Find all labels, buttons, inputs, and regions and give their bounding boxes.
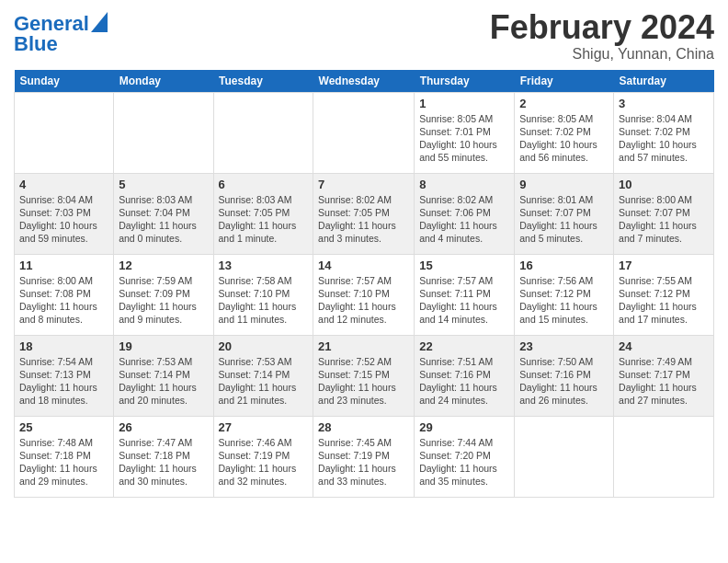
day-info: Sunrise: 7:53 AMSunset: 7:14 PMDaylight:… [219,355,309,408]
day-number: 21 [318,339,409,353]
day-info: Sunrise: 8:03 AMSunset: 7:04 PMDaylight:… [119,193,208,246]
svg-marker-0 [91,12,108,32]
day-number: 8 [419,178,509,191]
day-info: Sunrise: 8:05 AMSunset: 7:01 PMDaylight:… [419,112,509,165]
page: General Blue February 2024 Shigu, Yunnan… [0,0,728,507]
day-number: 15 [419,259,509,272]
day-number: 6 [219,178,309,191]
day-info: Sunrise: 7:48 AMSunset: 7:18 PMDaylight:… [19,436,108,488]
day-cell: 20Sunrise: 7:53 AMSunset: 7:14 PMDayligh… [213,335,313,416]
day-info: Sunrise: 8:00 AMSunset: 7:08 PMDaylight:… [19,274,108,327]
day-cell: 29Sunrise: 7:44 AMSunset: 7:20 PMDayligh… [415,416,515,497]
day-info: Sunrise: 8:02 AMSunset: 7:05 PMDaylight:… [318,193,409,246]
day-number: 11 [19,259,108,272]
day-cell [15,92,114,173]
header-tuesday: Tuesday [213,70,313,93]
day-number: 24 [619,339,709,353]
day-number: 23 [519,339,609,353]
day-cell: 21Sunrise: 7:52 AMSunset: 7:15 PMDayligh… [313,335,415,416]
day-info: Sunrise: 8:04 AMSunset: 7:02 PMDaylight:… [619,112,709,165]
day-number: 19 [119,339,208,353]
day-number: 12 [119,259,208,272]
header: General Blue February 2024 Shigu, Yunnan… [14,9,714,63]
day-cell: 10Sunrise: 8:00 AMSunset: 7:07 PMDayligh… [614,173,714,254]
day-info: Sunrise: 7:49 AMSunset: 7:17 PMDaylight:… [619,355,709,408]
header-sunday: Sunday [15,70,114,93]
day-info: Sunrise: 7:57 AMSunset: 7:10 PMDaylight:… [318,274,409,327]
day-number: 1 [419,97,509,110]
day-number: 7 [318,178,409,191]
day-cell [614,416,714,497]
day-number: 25 [19,420,108,434]
day-number: 18 [19,339,108,353]
day-cell: 25Sunrise: 7:48 AMSunset: 7:18 PMDayligh… [15,416,114,497]
calendar-table: Sunday Monday Tuesday Wednesday Thursday… [14,70,714,498]
day-cell: 2Sunrise: 8:05 AMSunset: 7:02 PMDaylight… [515,92,614,173]
day-number: 16 [519,259,609,272]
title-area: February 2024 Shigu, Yunnan, China [490,9,714,63]
day-cell [313,92,415,173]
day-info: Sunrise: 7:54 AMSunset: 7:13 PMDaylight:… [19,355,108,408]
day-number: 28 [318,420,409,434]
day-info: Sunrise: 7:58 AMSunset: 7:10 PMDaylight:… [219,274,309,327]
day-info: Sunrise: 7:55 AMSunset: 7:12 PMDaylight:… [619,274,709,327]
header-monday: Monday [114,70,213,93]
day-cell: 27Sunrise: 7:46 AMSunset: 7:19 PMDayligh… [213,416,313,497]
day-cell [114,92,213,173]
day-number: 27 [219,420,309,434]
header-friday: Friday [515,70,614,93]
calendar-week-4: 18Sunrise: 7:54 AMSunset: 7:13 PMDayligh… [15,335,714,416]
day-number: 4 [19,178,108,191]
logo-blue: Blue [14,34,108,54]
day-number: 10 [619,178,709,191]
day-number: 2 [519,97,609,110]
logo-general: General [14,14,89,34]
day-info: Sunrise: 8:05 AMSunset: 7:02 PMDaylight:… [519,112,609,165]
day-info: Sunrise: 8:01 AMSunset: 7:07 PMDaylight:… [519,193,609,246]
day-number: 20 [219,339,309,353]
day-cell: 26Sunrise: 7:47 AMSunset: 7:18 PMDayligh… [114,416,213,497]
day-cell: 15Sunrise: 7:57 AMSunset: 7:11 PMDayligh… [415,254,515,335]
day-number: 13 [219,259,309,272]
day-cell: 13Sunrise: 7:58 AMSunset: 7:10 PMDayligh… [213,254,313,335]
day-cell: 28Sunrise: 7:45 AMSunset: 7:19 PMDayligh… [313,416,415,497]
day-cell: 14Sunrise: 7:57 AMSunset: 7:10 PMDayligh… [313,254,415,335]
location-title: Shigu, Yunnan, China [490,46,714,63]
day-cell: 4Sunrise: 8:04 AMSunset: 7:03 PMDaylight… [15,173,114,254]
day-cell: 24Sunrise: 7:49 AMSunset: 7:17 PMDayligh… [614,335,714,416]
day-number: 9 [519,178,609,191]
day-info: Sunrise: 7:56 AMSunset: 7:12 PMDaylight:… [519,274,609,327]
day-info: Sunrise: 8:03 AMSunset: 7:05 PMDaylight:… [219,193,309,246]
header-thursday: Thursday [415,70,515,93]
day-cell: 3Sunrise: 8:04 AMSunset: 7:02 PMDaylight… [614,92,714,173]
day-cell: 16Sunrise: 7:56 AMSunset: 7:12 PMDayligh… [515,254,614,335]
day-cell: 9Sunrise: 8:01 AMSunset: 7:07 PMDaylight… [515,173,614,254]
header-wednesday: Wednesday [313,70,415,93]
day-info: Sunrise: 7:53 AMSunset: 7:14 PMDaylight:… [119,355,208,408]
day-cell: 12Sunrise: 7:59 AMSunset: 7:09 PMDayligh… [114,254,213,335]
header-row: Sunday Monday Tuesday Wednesday Thursday… [15,70,714,93]
day-info: Sunrise: 7:46 AMSunset: 7:19 PMDaylight:… [219,436,309,488]
day-info: Sunrise: 7:59 AMSunset: 7:09 PMDaylight:… [119,274,208,327]
day-cell: 5Sunrise: 8:03 AMSunset: 7:04 PMDaylight… [114,173,213,254]
day-info: Sunrise: 7:47 AMSunset: 7:18 PMDaylight:… [119,436,208,488]
logo: General Blue [14,14,108,54]
day-cell: 22Sunrise: 7:51 AMSunset: 7:16 PMDayligh… [415,335,515,416]
day-info: Sunrise: 7:45 AMSunset: 7:19 PMDaylight:… [318,436,409,488]
day-info: Sunrise: 7:51 AMSunset: 7:16 PMDaylight:… [419,355,509,408]
day-number: 5 [119,178,208,191]
header-saturday: Saturday [614,70,714,93]
day-info: Sunrise: 8:04 AMSunset: 7:03 PMDaylight:… [19,193,108,246]
calendar-week-3: 11Sunrise: 8:00 AMSunset: 7:08 PMDayligh… [15,254,714,335]
day-info: Sunrise: 7:57 AMSunset: 7:11 PMDaylight:… [419,274,509,327]
day-cell: 6Sunrise: 8:03 AMSunset: 7:05 PMDaylight… [213,173,313,254]
day-number: 22 [419,339,509,353]
day-number: 29 [419,420,509,434]
day-info: Sunrise: 8:00 AMSunset: 7:07 PMDaylight:… [619,193,709,246]
calendar-week-2: 4Sunrise: 8:04 AMSunset: 7:03 PMDaylight… [15,173,714,254]
day-cell: 7Sunrise: 8:02 AMSunset: 7:05 PMDaylight… [313,173,415,254]
day-info: Sunrise: 7:50 AMSunset: 7:16 PMDaylight:… [519,355,609,408]
day-cell: 1Sunrise: 8:05 AMSunset: 7:01 PMDaylight… [415,92,515,173]
month-title: February 2024 [490,9,714,46]
day-cell [213,92,313,173]
